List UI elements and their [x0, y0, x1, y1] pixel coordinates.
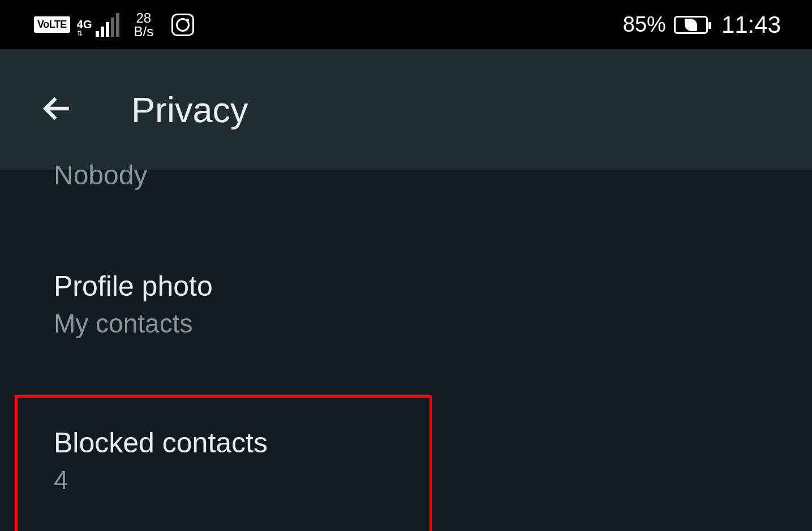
network-type-label: 4G: [77, 19, 92, 30]
clock: 11:43: [721, 11, 781, 38]
app-header: Privacy: [0, 49, 812, 170]
blocked-contacts-setting[interactable]: Blocked contacts 4: [0, 395, 812, 515]
blocked-contacts-value: 4: [54, 465, 758, 495]
partial-setting-value: Nobody: [54, 159, 758, 191]
signal-bars-icon: [96, 13, 119, 37]
settings-content: Nobody Profile photo My contacts Blocked…: [0, 159, 812, 515]
instagram-notification-icon: [171, 14, 194, 36]
status-bar: VoLTE 4G ⇅ 28 B/s 85% 11:43: [0, 0, 812, 49]
data-speed-value: 28: [136, 11, 152, 25]
back-arrow-icon: [40, 91, 75, 126]
profile-photo-setting[interactable]: Profile photo My contacts: [0, 250, 812, 359]
signal-cluster: 4G ⇅: [77, 13, 119, 37]
back-button[interactable]: [40, 91, 75, 128]
partial-setting-item[interactable]: Nobody: [0, 159, 812, 191]
blocked-contacts-wrapper: Blocked contacts 4: [0, 395, 812, 515]
data-speed-unit: B/s: [134, 25, 154, 38]
network-type-icon: 4G ⇅: [77, 19, 92, 37]
volte-indicator: VoLTE: [34, 16, 70, 33]
status-right: 85% 11:43: [623, 11, 781, 38]
battery-icon: [674, 16, 708, 34]
power-saving-leaf-icon: [685, 19, 697, 31]
data-arrows-icon: ⇅: [77, 30, 83, 37]
blocked-contacts-title: Blocked contacts: [54, 426, 758, 459]
profile-photo-title: Profile photo: [54, 270, 758, 303]
page-title: Privacy: [131, 89, 248, 130]
status-left: VoLTE 4G ⇅ 28 B/s: [34, 11, 194, 38]
profile-photo-value: My contacts: [54, 308, 758, 339]
battery-percentage: 85%: [623, 12, 666, 37]
data-speed-indicator: 28 B/s: [134, 11, 154, 38]
